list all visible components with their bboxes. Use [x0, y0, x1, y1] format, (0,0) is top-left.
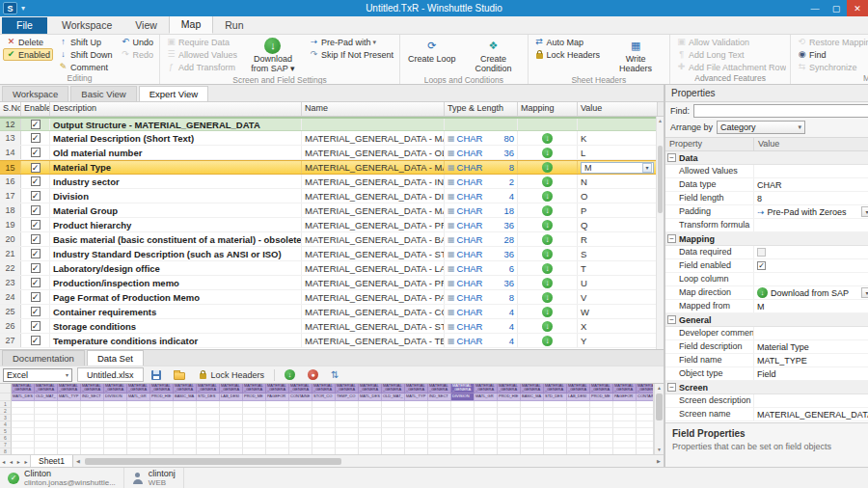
sheet-cell[interactable]	[475, 408, 498, 415]
sheet-cell[interactable]	[174, 428, 197, 435]
enable-checkbox[interactable]: ✓	[31, 176, 41, 186]
sheet-subheader-cell[interactable]: PROD_HIER	[498, 393, 521, 401]
sheet-cell[interactable]	[220, 428, 243, 435]
sheet-cell[interactable]	[81, 435, 104, 442]
sheet-cell[interactable]	[243, 442, 266, 448]
minimize-button[interactable]: —	[804, 0, 826, 16]
grid-row-27[interactable]: 27✓Temperature conditions indicatorMATER…	[0, 334, 664, 348]
sheet-cell[interactable]	[127, 421, 150, 428]
sheet-cell[interactable]	[521, 401, 544, 408]
grid-row-13[interactable]: 13✓Material Description (Short Text)MATE…	[0, 131, 664, 146]
sheet-cell[interactable]	[451, 428, 475, 435]
sheet-subheader-cell[interactable]: MATL_GROUP	[475, 393, 498, 401]
property-section-data[interactable]: −Data	[665, 151, 868, 165]
ribbon-tab-view[interactable]: View	[123, 17, 169, 34]
sheet-cell[interactable]	[197, 401, 220, 408]
sheet-cell[interactable]	[451, 421, 475, 428]
sheet-header-cell[interactable]: MATERIAL_GENERAL_DATA	[35, 384, 58, 393]
property-value[interactable]	[754, 219, 868, 231]
enable-checkbox[interactable]: ✓	[31, 292, 41, 302]
sheet-cell[interactable]	[197, 428, 220, 435]
sheet-cell[interactable]	[405, 442, 428, 448]
sheet-cell[interactable]	[289, 428, 312, 435]
quick-save-icon[interactable]: ▾	[21, 4, 25, 13]
sheet-cell[interactable]	[475, 421, 498, 428]
sync-button[interactable]: ⇅	[326, 368, 343, 382]
value-cell[interactable]: Y	[578, 334, 658, 347]
download-mapping-icon[interactable]: ↓	[542, 321, 553, 332]
value-cell[interactable]: W	[578, 305, 658, 318]
sheet-cell[interactable]	[312, 421, 336, 428]
sheet-cell[interactable]	[521, 415, 544, 421]
validate-button[interactable]: ↓	[280, 368, 300, 382]
sheet-cell[interactable]	[266, 421, 289, 428]
sheet-cell[interactable]	[289, 442, 312, 448]
sheet-cell[interactable]	[359, 428, 382, 435]
sheet-cell[interactable]	[475, 415, 498, 421]
sheet-cell[interactable]	[174, 421, 197, 428]
sheet-subheader-cell[interactable]: MATL_DESC	[12, 393, 35, 401]
sheet-cell[interactable]	[590, 421, 613, 428]
property-row-field-name[interactable]: Field nameMATL_TYPE	[665, 354, 868, 367]
undo-button[interactable]: ↶Undo	[118, 36, 157, 48]
ribbon-tab-run[interactable]: Run	[213, 17, 255, 34]
source-select[interactable]: Excel ▾	[3, 368, 72, 382]
scroll-left-icon[interactable]: ◀	[73, 458, 83, 464]
skip-if-not-present-button[interactable]: ↷Skip If Not Present	[306, 48, 396, 61]
property-row-object-type[interactable]: Object typeField	[665, 367, 868, 381]
sheet-cell[interactable]	[590, 401, 613, 408]
sheet-cell[interactable]	[58, 408, 81, 415]
value-cell[interactable]	[578, 119, 658, 130]
sheet-cell[interactable]	[428, 428, 451, 435]
sheet-cell[interactable]	[405, 435, 428, 442]
sheet-subheader-cell[interactable]: OLD_MAT_NO	[35, 393, 58, 401]
download-mapping-icon[interactable]: ↓	[542, 191, 553, 202]
sheet-cell[interactable]	[197, 415, 220, 421]
sheet-header-cell[interactable]: MATERIAL_GENERAL_DATA	[336, 384, 359, 393]
sheet-header-cell[interactable]: MATERIAL_GENERAL_DATA	[498, 384, 521, 393]
grid-row-18[interactable]: 18✓Material GroupMATERIAL_GENERAL_DATA -…	[0, 203, 664, 218]
sheet-cell[interactable]	[81, 401, 104, 408]
sheet-header-cell[interactable]: MATERIAL_GENERAL_DATA	[613, 384, 637, 393]
sheet-subheader-cell[interactable]: PROD_MEMO	[590, 393, 613, 401]
enabled-button[interactable]: ✔Enabled	[3, 48, 53, 61]
property-row-field-description[interactable]: Field descriptionMaterial Type	[665, 340, 868, 354]
sheet-header-cell[interactable]: MATERIAL_GENERAL_DATA	[521, 384, 544, 393]
sheet-cell[interactable]	[498, 435, 521, 442]
scroll-down-icon[interactable]: ▼	[655, 446, 664, 454]
download-mapping-icon[interactable]: ↓	[542, 220, 553, 230]
sheet-cell[interactable]	[220, 401, 243, 408]
sheet-cell[interactable]	[359, 442, 382, 448]
sheet-cell[interactable]	[613, 401, 637, 408]
user-connection-chip[interactable]: ✓ Clinton clinton.jonas@winshuttle...	[0, 468, 124, 488]
enable-checkbox[interactable]: ✓	[31, 120, 41, 129]
sheet-cell[interactable]	[428, 435, 451, 442]
enable-checkbox[interactable]: ✓	[31, 249, 41, 258]
sheet-cell[interactable]	[567, 428, 590, 435]
sheet-cell[interactable]	[289, 421, 312, 428]
sheet-cell[interactable]	[35, 408, 58, 415]
sheet-cell[interactable]	[544, 435, 567, 442]
sheet-cell[interactable]	[312, 435, 336, 442]
enable-checkbox[interactable]: ✓	[31, 234, 41, 244]
download-mapping-icon[interactable]: ↓	[542, 133, 553, 144]
sheet-cell[interactable]	[312, 428, 336, 435]
sheet-cell[interactable]	[613, 421, 637, 428]
grid-row-20[interactable]: 20✓Basic material (basic constituent of …	[0, 232, 664, 247]
ribbon-tab-map[interactable]: Map	[169, 15, 213, 34]
scroll-thumb[interactable]	[658, 146, 663, 213]
property-row-mapped-from[interactable]: Mapped fromM	[665, 300, 868, 313]
sheet-cell[interactable]	[289, 401, 312, 408]
sheet-header-cell[interactable]: MATERIAL_GENERAL_DATA	[637, 384, 654, 393]
sheet-cell[interactable]	[104, 415, 127, 421]
sheet-cell[interactable]	[58, 442, 81, 448]
download-mapping-icon[interactable]: ↓	[542, 234, 553, 245]
shift-up-button[interactable]: ↑Shift Up	[55, 36, 116, 48]
sheet-cell[interactable]	[243, 428, 266, 435]
sheet-cell[interactable]	[81, 442, 104, 448]
property-value[interactable]: 8	[754, 192, 868, 204]
first-sheet-icon[interactable]: ◂	[2, 458, 5, 465]
grid-row-16[interactable]: 16✓Industry sectorMATERIAL_GENERAL_DATA …	[0, 175, 664, 189]
lock-headers-button[interactable]: Lock Headers	[531, 48, 604, 61]
sheet-cell[interactable]	[336, 435, 359, 442]
